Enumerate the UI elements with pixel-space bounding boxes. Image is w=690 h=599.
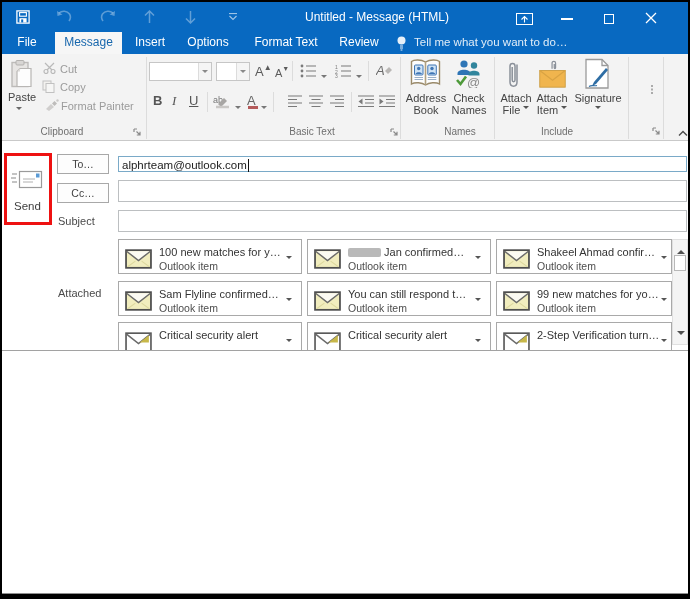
svg-text:@: @ [467, 75, 480, 88]
svg-text:3: 3 [335, 73, 338, 78]
svg-text:A: A [376, 63, 385, 78]
